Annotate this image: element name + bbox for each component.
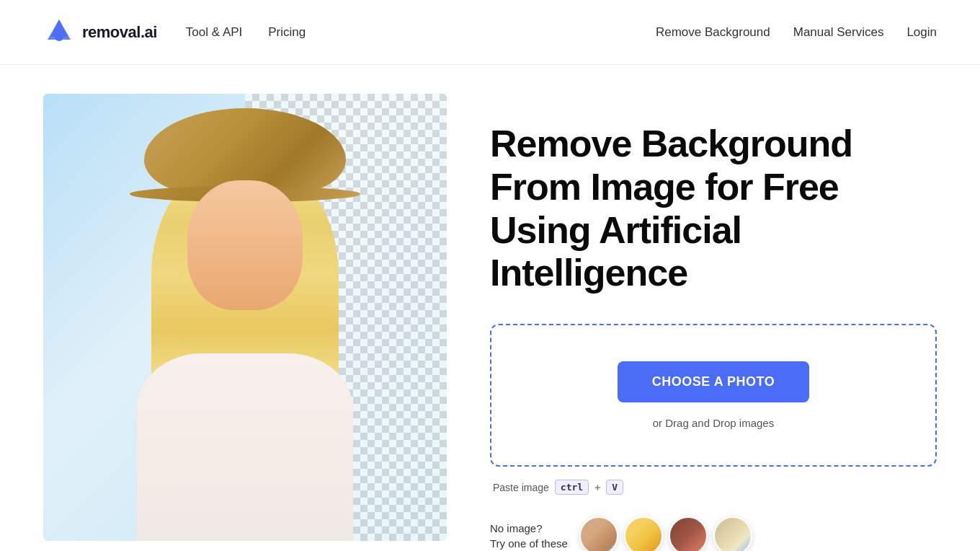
hero-content: Remove Background From Image for Free Us…: [490, 94, 937, 551]
sample-thumb-dog[interactable]: [713, 516, 752, 551]
no-image-line2: Try one of these: [490, 536, 568, 551]
main-content: Remove Background From Image for Free Us…: [0, 65, 980, 551]
logo-text: removal.ai: [82, 23, 157, 42]
logo[interactable]: removal.ai: [43, 17, 157, 48]
sample-images-row: No image? Try one of these: [490, 516, 937, 551]
site-header: removal.ai Tool & API Pricing Remove Bac…: [0, 0, 980, 65]
hero-body: [137, 353, 353, 541]
nav-login[interactable]: Login: [906, 25, 937, 40]
nav-remove-background[interactable]: Remove Background: [656, 25, 770, 40]
sample-thumb-car[interactable]: [624, 516, 663, 551]
ctrl-key: ctrl: [555, 480, 589, 495]
no-image-text: No image? Try one of these: [490, 521, 568, 551]
svg-point-0: [55, 32, 63, 41]
hero-title: Remove Background From Image for Free Us…: [490, 123, 937, 295]
v-key: V: [606, 480, 623, 495]
sample-thumbnails: [579, 516, 752, 551]
upload-dropzone[interactable]: CHOOSE A PHOTO or Drag and Drop images: [490, 324, 937, 467]
sample-thumb-person[interactable]: [579, 516, 618, 551]
nav-pricing[interactable]: Pricing: [268, 25, 306, 40]
nav-tool-api[interactable]: Tool & API: [186, 25, 242, 40]
hero-image-container: [43, 94, 447, 541]
paste-label: Paste image: [493, 482, 549, 493]
drag-drop-label: or Drag and Drop images: [653, 417, 774, 429]
paste-row: Paste image ctrl + V: [490, 480, 937, 495]
left-nav: Tool & API Pricing: [186, 25, 306, 40]
choose-photo-button[interactable]: CHOOSE A PHOTO: [618, 361, 809, 402]
logo-icon: [43, 17, 75, 48]
header-left: removal.ai Tool & API Pricing: [43, 17, 306, 48]
hero-face: [187, 180, 303, 310]
nav-manual-services[interactable]: Manual Services: [793, 25, 884, 40]
sample-thumb-bag[interactable]: [669, 516, 708, 551]
plus-sign: +: [594, 482, 600, 493]
no-image-line1: No image?: [490, 521, 568, 536]
right-nav: Remove Background Manual Services Login: [656, 25, 937, 40]
